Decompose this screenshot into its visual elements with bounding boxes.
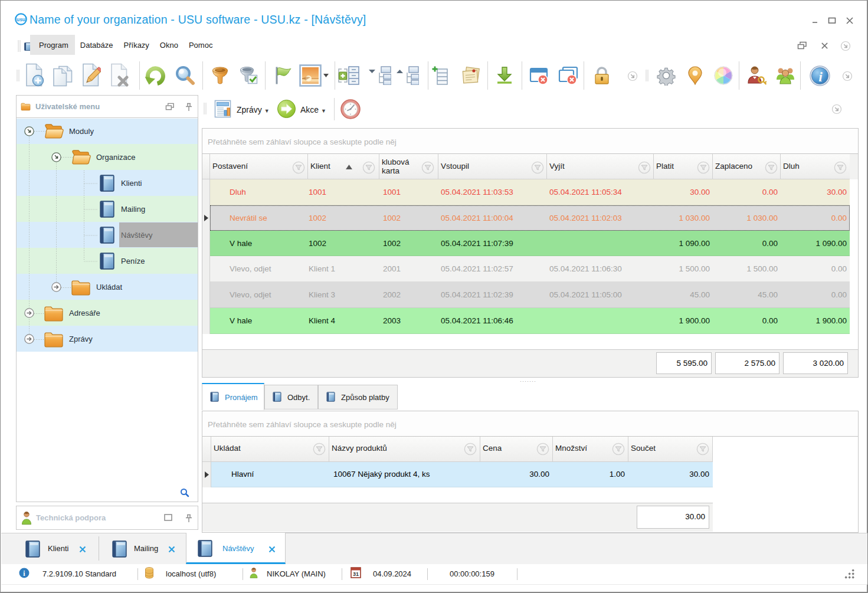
- svg-text:31: 31: [353, 571, 359, 577]
- svg-text:usu: usu: [17, 17, 25, 22]
